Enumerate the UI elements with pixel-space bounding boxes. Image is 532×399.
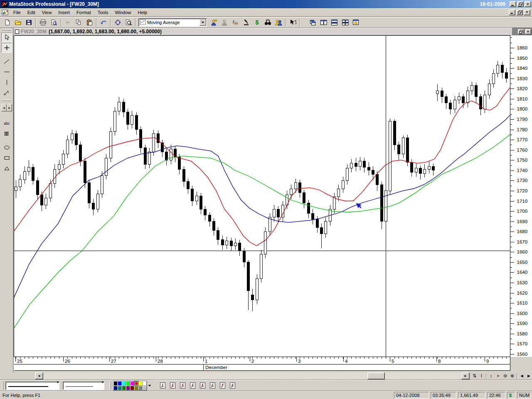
mdi-close-button[interactable]: × — [524, 10, 530, 15]
chart-options-button[interactable] — [351, 18, 361, 27]
ellipse-tool[interactable] — [1, 143, 12, 153]
chevron-down-icon[interactable] — [200, 19, 206, 26]
cascade-windows-button[interactable] — [308, 18, 318, 27]
function-button[interactable]: f(x) — [230, 18, 240, 27]
restore-button[interactable] — [517, 1, 524, 7]
chevron-down-icon[interactable] — [57, 383, 59, 388]
palette-dropdown-icon[interactable] — [147, 381, 152, 390]
chart-restore-button[interactable] — [518, 29, 524, 34]
indicator-quicklist-combo[interactable]: Moving Average — [138, 18, 207, 27]
close-button[interactable]: × — [525, 1, 531, 7]
color-swatch-c0c0c0[interactable] — [143, 386, 147, 390]
color-swatch-ffffff[interactable] — [143, 381, 147, 386]
menu-tools[interactable]: Tools — [94, 9, 112, 16]
binoculars-button[interactable] — [263, 18, 273, 27]
zoom-page-button[interactable] — [123, 18, 133, 27]
scrollbar-left-arrow[interactable]: ◄ — [35, 372, 43, 379]
layout-page-button-4[interactable]: 4 — [188, 381, 197, 390]
grid-tool[interactable] — [1, 129, 12, 139]
menu-view[interactable]: View — [39, 9, 55, 16]
pan-icon[interactable]: + — [495, 372, 502, 379]
color-swatch-808080[interactable] — [138, 386, 143, 390]
save-button[interactable] — [24, 18, 34, 27]
trendline-tool[interactable] — [1, 57, 12, 66]
mdi-restore-button[interactable] — [516, 10, 523, 15]
layout-page-button-8[interactable]: 8 — [228, 381, 237, 390]
scroll-left-icon[interactable]: ◄ — [518, 372, 525, 379]
color-swatch-008080[interactable] — [118, 386, 122, 390]
scroll-chart-left-button[interactable]: ◄ — [1, 104, 7, 111]
people-button[interactable] — [273, 18, 283, 27]
tile-grid-button[interactable] — [340, 18, 350, 27]
layout-page-button-1[interactable]: 1 — [158, 381, 167, 390]
toolbar-grip[interactable] — [2, 29, 11, 30]
menu-file[interactable]: File — [10, 9, 24, 16]
scrollbar-track[interactable] — [35, 372, 470, 379]
horizontal-line-tool[interactable] — [1, 67, 12, 77]
menu-window[interactable]: Window — [111, 9, 134, 16]
layout-page-button-5[interactable]: 5 — [198, 381, 207, 390]
semilog-scale-tool[interactable]: sL — [1, 88, 12, 98]
help-pointer-button[interactable]: ? — [288, 18, 298, 27]
color-swatch-800080[interactable] — [126, 386, 130, 390]
zoom-target-button[interactable] — [113, 18, 123, 27]
line-weight-combo[interactable] — [63, 382, 104, 390]
tile-horizontal-button[interactable] — [329, 18, 339, 27]
minimize-button[interactable] — [510, 1, 516, 7]
copy-button[interactable] — [74, 18, 84, 27]
dollar-button[interactable]: $ — [252, 18, 262, 27]
text-tool[interactable]: abc — [1, 118, 12, 128]
paste-button[interactable] — [84, 18, 94, 27]
color-swatch-008000[interactable] — [122, 386, 126, 390]
color-swatch-800000[interactable] — [130, 386, 134, 390]
color-swatch-808000[interactable] — [134, 386, 138, 390]
menu-help[interactable]: Help — [135, 9, 151, 16]
layout-page-button-7[interactable]: 7 — [218, 381, 227, 390]
triangle-tool[interactable] — [1, 163, 12, 173]
color-swatch-00ff00[interactable] — [126, 381, 130, 386]
color-swatch-000000[interactable] — [113, 381, 118, 386]
zoom-out-icon[interactable]: ⊖ — [502, 372, 509, 379]
layout-page-button-3[interactable]: 3 — [178, 381, 187, 390]
toolbar-grip[interactable] — [2, 100, 11, 101]
bar-style-icon[interactable]: I — [478, 372, 485, 379]
color-swatch-000080[interactable] — [113, 386, 118, 390]
menu-edit[interactable]: Edit — [24, 9, 39, 16]
color-swatch-0000ff[interactable] — [118, 381, 122, 386]
chevron-down-icon[interactable] — [101, 383, 104, 388]
new-document-button[interactable] — [2, 18, 12, 27]
layout-page-button-6[interactable]: 6 — [208, 381, 217, 390]
undo-button[interactable] — [99, 18, 108, 27]
rescale-icon[interactable]: ⇅ — [471, 372, 478, 379]
mdi-minimize-button[interactable] — [509, 10, 515, 15]
scroll-chart-right-button[interactable]: ► — [7, 104, 12, 111]
rectangle-tool[interactable] — [1, 153, 12, 163]
chart-close-button[interactable]: × — [525, 29, 531, 34]
crosshair-tool[interactable] — [1, 43, 12, 53]
zoom-in-icon[interactable]: ⊕ — [509, 372, 516, 379]
menu-format[interactable]: Format — [73, 9, 94, 16]
print-button[interactable] — [38, 18, 48, 27]
toolbar-grip[interactable] — [110, 382, 111, 390]
guru-button[interactable] — [219, 18, 229, 27]
vertical-line-tool[interactable] — [1, 77, 12, 87]
expand-vertical-icon[interactable]: ↕ — [488, 372, 495, 379]
explorer-button[interactable] — [241, 18, 251, 27]
color-swatch-ffff00[interactable] — [138, 381, 143, 386]
menu-insert[interactable]: Insert — [55, 9, 73, 16]
scrollbar-right-arrow[interactable]: ► — [461, 372, 470, 379]
color-swatch-ff00ff[interactable] — [130, 381, 134, 386]
scroll-right-icon[interactable]: ► — [525, 372, 532, 379]
chart-system-icon[interactable] — [2, 9, 8, 16]
print-preview-button[interactable] — [49, 18, 59, 27]
line-style-combo[interactable] — [5, 382, 59, 390]
layout-page-button-2[interactable]: 2 — [168, 381, 177, 390]
price-chart[interactable]: 1560157015801590160016101620163016401650… — [14, 35, 532, 372]
pointer-tool[interactable] — [1, 32, 12, 42]
color-swatch-00ffff[interactable] — [122, 381, 126, 386]
toolbar-grip[interactable] — [2, 382, 3, 390]
expert-advisor-button[interactable] — [209, 18, 219, 27]
color-swatch-ff0000[interactable] — [134, 381, 138, 386]
scrollbar-thumb[interactable] — [367, 372, 385, 379]
cut-button[interactable]: ✂ — [63, 18, 73, 27]
